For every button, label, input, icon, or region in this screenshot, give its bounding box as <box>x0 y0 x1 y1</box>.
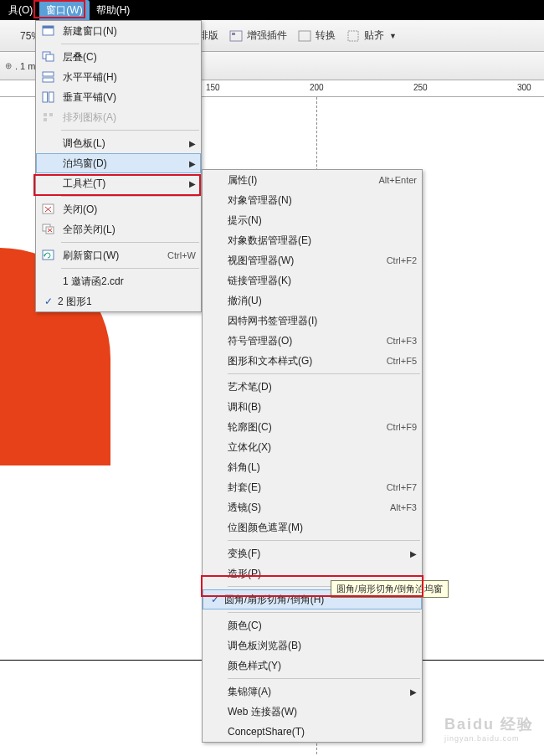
menu-item-label: 新建窗口(N) <box>63 24 196 39</box>
svg-rect-21 <box>43 78 54 82</box>
submenu-item[interactable]: 调色板浏览器(B) <box>203 635 422 656</box>
submenu-item[interactable]: 链接管理器(K) <box>203 270 422 291</box>
tile-v-icon <box>39 90 58 105</box>
menu-item[interactable]: 调色板(L)▶ <box>36 133 201 153</box>
menu-item[interactable]: 1 邀请函2.cdr <box>36 271 201 291</box>
blank-icon <box>206 172 223 188</box>
ruler-tick: 300 <box>517 83 531 92</box>
submenu-item-label: 视图管理器(W) <box>228 254 380 268</box>
blank-icon <box>206 253 223 268</box>
svg-rect-20 <box>43 72 54 76</box>
submenu-item[interactable]: 撤消(U) <box>203 291 422 311</box>
submenu-item-shortcut: Ctrl+F5 <box>387 356 417 366</box>
submenu-item[interactable]: 艺术笔(D) <box>203 377 422 397</box>
toolbar-snap[interactable]: 贴齐▼ <box>342 27 400 45</box>
menu-item-label: 水平平铺(H) <box>63 70 196 85</box>
menu-item[interactable]: 水平平铺(H) <box>36 67 201 87</box>
menu-item[interactable]: 新建窗口(N) <box>36 21 201 41</box>
menu-item[interactable]: 工具栏(T)▶ <box>36 173 201 193</box>
submenu-item-label: 艺术笔(D) <box>228 380 417 394</box>
menu-item[interactable]: 关闭(O) <box>36 199 201 219</box>
svg-rect-25 <box>49 113 53 116</box>
blank-icon <box>39 156 58 171</box>
menu-item[interactable]: 泊坞窗(D)▶ <box>36 153 201 173</box>
submenu-item[interactable]: 变换(F)▶ <box>203 543 422 563</box>
blank-icon <box>39 274 58 289</box>
submenu-item-shortcut: Ctrl+F2 <box>387 255 417 265</box>
submenu-item-label: 轮廓图(C) <box>228 420 380 435</box>
submenu-item[interactable]: 颜色样式(Y) <box>203 656 422 676</box>
svg-rect-23 <box>49 92 54 102</box>
menu-item-label: 泊坞窗(D) <box>63 157 184 171</box>
submenu-item-label: 位图颜色遮罩(M) <box>228 521 417 535</box>
menu-item[interactable]: ✓2 图形1 <box>36 291 201 311</box>
submenu-item[interactable]: 轮廓图(C)Ctrl+F9 <box>203 417 422 437</box>
submenu-item[interactable]: 封套(E)Ctrl+F7 <box>203 477 422 497</box>
dockers-submenu: 属性(I)Alt+Enter对象管理器(N)提示(N)对象数据管理器(E)视图管… <box>202 169 423 743</box>
submenu-item[interactable]: 立体化(X) <box>203 437 422 457</box>
submenu-item-label: 变换(F) <box>228 547 405 561</box>
submenu-item-shortcut: Alt+Enter <box>378 175 417 185</box>
menu-item[interactable]: 全部关闭(L) <box>36 219 201 239</box>
submenu-arrow-icon: ▶ <box>410 549 417 558</box>
submenu-item[interactable]: ConceptShare(T) <box>203 722 422 742</box>
window-menu-dropdown: 新建窗口(N)层叠(C)水平平铺(H)垂直平铺(V)排列图标(A)调色板(L)▶… <box>35 20 202 312</box>
blank-icon <box>206 353 223 368</box>
submenu-item-shortcut: Ctrl+F3 <box>387 336 417 346</box>
submenu-item-label: 颜色样式(Y) <box>228 659 417 673</box>
toolbar-convert[interactable]: 转换 <box>294 27 339 45</box>
submenu-item[interactable]: 斜角(L) <box>203 457 422 477</box>
blank-icon <box>206 638 223 653</box>
submenu-item[interactable]: 对象数据管理器(E) <box>203 230 422 250</box>
blank-icon <box>206 193 223 208</box>
menu-help[interactable]: 帮助(H) <box>90 0 137 21</box>
blank-icon <box>206 684 223 699</box>
ruler-tick: 150 <box>206 83 220 92</box>
blank-icon <box>206 379 223 394</box>
submenu-arrow-icon: ▶ <box>189 179 196 188</box>
submenu-item[interactable]: 调和(B) <box>203 397 422 417</box>
blank-icon <box>206 520 223 535</box>
menu-item[interactable]: 垂直平铺(V) <box>36 87 201 107</box>
submenu-item-label: 图形和文本样式(G) <box>228 354 380 368</box>
blank-icon <box>206 233 223 248</box>
check-icon: ✓ <box>206 594 224 605</box>
menu-item[interactable]: 排列图标(A) <box>36 107 201 127</box>
submenu-item[interactable]: Web 连接器(W) <box>203 702 422 722</box>
submenu-item[interactable]: 图形和文本样式(G)Ctrl+F5 <box>203 351 422 371</box>
submenu-item-label: 符号管理器(O) <box>228 334 380 348</box>
submenu-item[interactable]: 透镜(S)Alt+F3 <box>203 497 422 517</box>
menu-item-shortcut: Ctrl+W <box>167 250 196 260</box>
blank-icon <box>206 566 223 581</box>
submenu-item-label: 提示(N) <box>228 213 417 228</box>
submenu-item[interactable]: 位图颜色遮罩(M) <box>203 517 422 537</box>
check-icon: ✓ <box>39 296 58 307</box>
submenu-item-label: 调和(B) <box>228 400 417 414</box>
menu-item-label: 2 图形1 <box>58 295 196 309</box>
submenu-item[interactable]: 提示(N) <box>203 210 422 230</box>
menu-item[interactable]: 层叠(C) <box>36 47 201 67</box>
submenu-item[interactable]: 集锦簿(A)▶ <box>203 681 422 702</box>
menu-item[interactable]: 刷新窗口(W)Ctrl+W <box>36 245 201 265</box>
menu-item-label: 1 邀请函2.cdr <box>63 275 196 289</box>
ruler-tick: 250 <box>413 83 428 92</box>
close-all-icon <box>39 222 58 237</box>
menu-item-label: 调色板(L) <box>63 136 184 151</box>
blank-icon <box>206 293 223 308</box>
menu-item-label: 层叠(C) <box>63 50 196 64</box>
submenu-item[interactable]: 属性(I)Alt+Enter <box>203 170 422 190</box>
blank-icon <box>206 419 223 435</box>
toolbar-enhance-plugin[interactable]: 增强插件 <box>225 27 290 45</box>
submenu-item[interactable]: 对象管理器(N) <box>203 190 422 210</box>
blank-icon <box>206 273 223 288</box>
submenu-item-label: 调色板浏览器(B) <box>228 639 417 653</box>
submenu-item-label: 立体化(X) <box>228 440 417 455</box>
submenu-item[interactable]: 符号管理器(O)Ctrl+F3 <box>203 331 422 351</box>
menu-tools[interactable]: 具(O) <box>2 0 39 21</box>
submenu-item-label: 对象管理器(N) <box>228 193 417 208</box>
menu-window[interactable]: 窗口(W) <box>39 0 89 21</box>
blank-icon <box>206 213 223 228</box>
submenu-item[interactable]: 因特网书签管理器(I) <box>203 311 422 331</box>
submenu-item[interactable]: 颜色(C) <box>203 615 422 635</box>
submenu-item[interactable]: 视图管理器(W)Ctrl+F2 <box>203 250 422 270</box>
